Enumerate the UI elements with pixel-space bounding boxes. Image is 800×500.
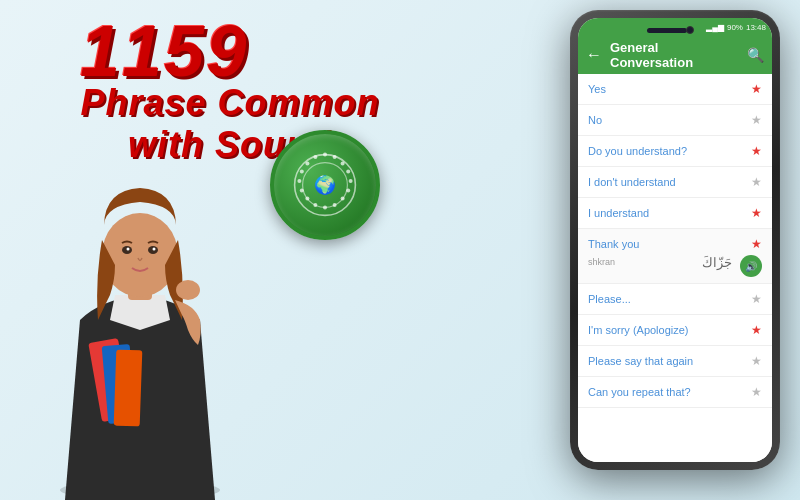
svg-point-15 — [300, 169, 304, 173]
star-icon[interactable]: ★ — [751, 385, 762, 399]
svg-point-11 — [313, 203, 317, 207]
phone-body: ▂▄▆ 90% 13:48 ← General Conversation 🔍 Y… — [570, 10, 780, 470]
star-icon[interactable]: ★ — [751, 113, 762, 127]
list-item[interactable]: I understand ★ — [578, 198, 772, 229]
transliteration-text: shkran — [588, 257, 615, 267]
list-item[interactable]: No ★ — [578, 105, 772, 136]
star-icon[interactable]: ★ — [751, 144, 762, 158]
battery-text: 90% — [727, 23, 743, 32]
svg-point-4 — [341, 161, 345, 165]
phrase-text: Please... — [588, 293, 751, 305]
svg-point-21 — [102, 213, 178, 297]
star-icon[interactable]: ★ — [751, 82, 762, 96]
svg-point-12 — [305, 197, 309, 201]
back-button[interactable]: ← — [586, 46, 602, 64]
svg-point-8 — [341, 197, 345, 201]
phrase-list: Yes ★ No ★ Do you understand? ★ I don't … — [578, 74, 772, 462]
phone-camera — [686, 26, 694, 34]
phrase-text: No — [588, 114, 751, 126]
phrase-text: I understand — [588, 207, 751, 219]
phone-screen: ▂▄▆ 90% 13:48 ← General Conversation 🔍 Y… — [578, 18, 772, 462]
arabic-badge: 🌍 — [270, 130, 380, 240]
svg-point-5 — [346, 169, 350, 173]
app-title-phrase: Phrase Common — [40, 82, 420, 124]
status-icons: ▂▄▆ 90% 13:48 — [706, 23, 766, 32]
phone-container: ▂▄▆ 90% 13:48 ← General Conversation 🔍 Y… — [570, 10, 790, 480]
phrase-text: I'm sorry (Apologize) — [588, 324, 751, 336]
svg-point-25 — [153, 248, 156, 251]
star-icon[interactable]: ★ — [751, 292, 762, 306]
svg-point-14 — [297, 179, 301, 183]
phrase-text: Do you understand? — [588, 145, 751, 157]
header-title: General Conversation — [610, 40, 739, 70]
star-icon[interactable]: ★ — [751, 237, 762, 251]
svg-point-7 — [346, 189, 350, 193]
phrase-text: Yes — [588, 83, 751, 95]
svg-point-16 — [305, 161, 309, 165]
svg-point-9 — [333, 203, 337, 207]
svg-point-10 — [323, 205, 327, 209]
list-item[interactable]: Yes ★ — [578, 74, 772, 105]
svg-point-3 — [333, 155, 337, 159]
signal-icon: ▂▄▆ — [706, 23, 724, 32]
svg-point-26 — [176, 280, 200, 300]
list-item[interactable]: Can you repeat that? ★ — [578, 377, 772, 408]
list-item[interactable]: Please say that again ★ — [578, 346, 772, 377]
phone-speaker — [647, 28, 687, 33]
svg-point-24 — [127, 248, 130, 251]
expanded-content: shkran جَزّاكَ 🔊 — [578, 253, 772, 283]
list-item[interactable]: I don't understand ★ — [578, 167, 772, 198]
svg-text:🌍: 🌍 — [314, 174, 336, 196]
phrase-text: Thank you — [588, 238, 751, 250]
svg-point-13 — [300, 189, 304, 193]
left-panel: 1159 Phrase Common with Sound — [0, 0, 440, 500]
phrase-text: I don't understand — [588, 176, 751, 188]
arabic-text: جَزّاكَ — [615, 255, 740, 270]
svg-rect-29 — [114, 350, 143, 427]
time-text: 13:48 — [746, 23, 766, 32]
list-item[interactable]: Please... ★ — [578, 284, 772, 315]
search-icon[interactable]: 🔍 — [747, 47, 764, 63]
star-icon[interactable]: ★ — [751, 206, 762, 220]
app-title-number: 1159 — [80, 10, 248, 92]
svg-point-17 — [313, 155, 317, 159]
phrase-text: Please say that again — [588, 355, 751, 367]
star-icon[interactable]: ★ — [751, 354, 762, 368]
list-item[interactable]: Do you understand? ★ — [578, 136, 772, 167]
list-item[interactable]: I'm sorry (Apologize) ★ — [578, 315, 772, 346]
person-image — [20, 120, 260, 500]
star-icon[interactable]: ★ — [751, 323, 762, 337]
status-bar: ▂▄▆ 90% 13:48 — [578, 18, 772, 36]
svg-point-6 — [349, 179, 353, 183]
expanded-list-item[interactable]: Thank you ★ shkran جَزّاكَ 🔊 — [578, 229, 772, 284]
svg-point-2 — [323, 153, 327, 157]
star-icon[interactable]: ★ — [751, 175, 762, 189]
app-header: ← General Conversation 🔍 — [578, 36, 772, 74]
sound-button[interactable]: 🔊 — [740, 255, 762, 277]
phrase-text: Can you repeat that? — [588, 386, 751, 398]
